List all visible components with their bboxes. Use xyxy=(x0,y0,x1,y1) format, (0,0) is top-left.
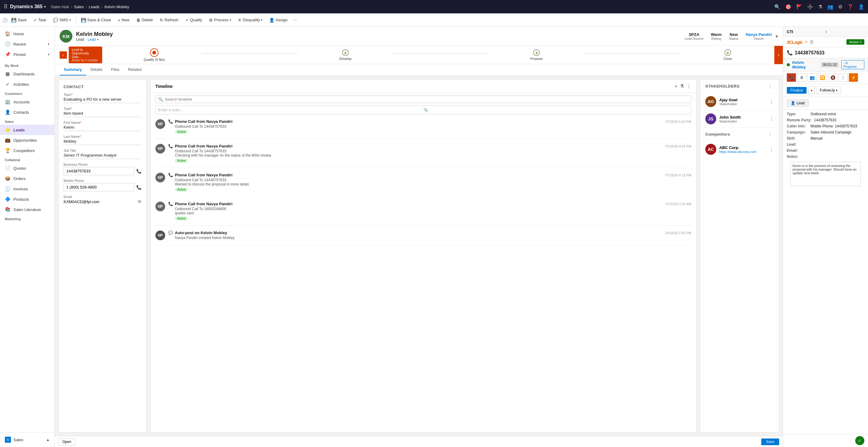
record-header-chevron[interactable]: ▾ xyxy=(776,33,778,39)
quotes-icon: 📄 xyxy=(5,165,10,171)
sidebar-item-sales-literature[interactable]: 📚 Sales Literature xyxy=(0,204,55,215)
save-button[interactable]: 💾 Save xyxy=(8,17,30,24)
cti-finalize-button[interactable]: Finalize xyxy=(787,87,807,94)
filter-icon[interactable]: ⚗ xyxy=(818,4,823,10)
bottom-save-button[interactable]: Save xyxy=(761,439,779,445)
qualify-icon: ✓ xyxy=(185,18,189,23)
sidebar-item-leads[interactable]: ⭐ Leads xyxy=(0,125,55,135)
process-icon: ⚙ xyxy=(209,18,213,23)
task-button[interactable]: ✓ Task xyxy=(30,17,50,24)
sidebar-item-home[interactable]: 🏠 Home xyxy=(0,29,55,39)
save-close-button[interactable]: 💾 Save & Close xyxy=(78,17,114,24)
form-content: CONTACT Topic* Evaluating a PO for a new… xyxy=(55,76,783,436)
grid-icon[interactable]: ⠿ xyxy=(4,3,8,10)
assign-button[interactable]: 👤 Assign xyxy=(266,17,290,24)
new-button[interactable]: + New xyxy=(115,17,132,24)
tab-details[interactable]: Details xyxy=(86,64,107,75)
plus-icon[interactable]: ➕ xyxy=(807,4,813,10)
qualify-button[interactable]: ✓ Qualify xyxy=(182,17,205,24)
sidebar-footer: S Sales ▲ xyxy=(0,432,55,447)
cti-save-button[interactable]: ✓ xyxy=(855,436,864,445)
cti-expand-icon[interactable]: › xyxy=(826,29,865,34)
sms-dropdown-icon[interactable]: ▾ xyxy=(69,18,71,22)
search-icon[interactable]: 🔍 xyxy=(774,4,780,10)
stakeholder-info-ag: Ajay Goel Stakeholder xyxy=(719,98,766,106)
sidebar-item-contacts[interactable]: 👤 Contacts xyxy=(0,107,55,117)
cti-alert-button[interactable]: ⚡ xyxy=(849,73,858,82)
process-step-propose[interactable]: 🔒 Propose xyxy=(489,49,584,61)
sidebar-item-invoices[interactable]: 🧾 Invoices xyxy=(0,184,55,194)
settings-icon[interactable]: ⚙ xyxy=(838,4,842,10)
flag-icon[interactable]: 🚩 xyxy=(796,4,802,10)
stakeholder-menu-ag[interactable]: ⋮ xyxy=(769,99,774,105)
email-icon[interactable]: ✉ xyxy=(138,199,142,204)
process-nav-right-button[interactable]: › xyxy=(774,46,783,64)
sidebar-item-activities[interactable]: ✓ Activities xyxy=(0,79,55,89)
process-dropdown-icon[interactable]: ▾ xyxy=(229,18,231,22)
open-button[interactable]: Open xyxy=(58,438,75,445)
business-phone-icon[interactable]: 📞 xyxy=(136,169,142,173)
stakeholders-more-icon[interactable]: ⋮ xyxy=(767,83,774,89)
assign-icon: 👤 xyxy=(269,18,274,23)
cti-hangup-button[interactable]: 📞 xyxy=(787,73,796,82)
disqualify-dropdown-icon[interactable]: ▾ xyxy=(261,18,262,22)
cti-lead-tab-button[interactable]: 👤 Lead xyxy=(787,99,809,107)
cti-caller-dot xyxy=(787,63,790,66)
process-nav-left-button[interactable]: ‹ xyxy=(60,52,67,59)
stakeholder-menu-js[interactable]: ⋮ xyxy=(769,116,774,122)
tab-related[interactable]: Related xyxy=(123,64,146,75)
cti-shuffle-button[interactable]: 🔀 xyxy=(818,73,827,82)
cti-status-badge[interactable]: Active ▾ xyxy=(846,39,864,45)
help-icon[interactable]: ❓ xyxy=(847,4,854,10)
people-icon[interactable]: 👥 xyxy=(827,4,833,10)
competitors-more-icon[interactable]: ⋮ xyxy=(767,131,774,137)
sidebar-item-dashboards[interactable]: ▦ Dashboards xyxy=(0,69,55,79)
timeline-avatar: NP xyxy=(155,144,165,154)
cti-followup-button[interactable]: FollowUp ▾ xyxy=(816,87,841,94)
competitor-menu-ac[interactable]: ⋮ xyxy=(769,147,774,152)
bottom-bar: Open Save xyxy=(55,436,783,447)
business-phone-input[interactable] xyxy=(64,167,134,175)
sidebar-item-orders[interactable]: 📦 Orders xyxy=(0,173,55,184)
delete-button[interactable]: 🗑 Delete xyxy=(133,17,156,24)
lead-dropdown-icon[interactable]: ▾ xyxy=(97,38,98,41)
phone-call-icon-2: 📞 xyxy=(168,144,173,149)
cti-grid-button[interactable]: ⋮ xyxy=(838,73,848,82)
timeline-filter-button[interactable]: ⚗ xyxy=(680,83,684,89)
opportunities-icon: 💼 xyxy=(5,137,10,143)
cti-detail-caller-info: Caller Info: Mobile Phone: 14438757633 xyxy=(787,124,864,128)
timeline-more-button[interactable]: ⋮ xyxy=(686,83,691,89)
tab-summary[interactable]: Summary xyxy=(60,64,86,75)
tab-files[interactable]: Files xyxy=(107,64,123,75)
sidebar-item-recent[interactable]: 🕐 Recent ▾ xyxy=(0,39,55,49)
timeline-attach-icon[interactable]: 📎 xyxy=(423,108,688,112)
sidebar-item-opportunities[interactable]: 💼 Opportunities xyxy=(0,135,55,146)
process-step-close[interactable]: 🔒 Close xyxy=(680,49,776,61)
process-step-qualify[interactable]: Qualify (5 Mo) xyxy=(106,49,202,61)
sidebar-footer-sales[interactable]: S Sales ▲ xyxy=(0,435,55,445)
process-button[interactable]: ⚙ Process ▾ xyxy=(206,17,234,24)
mobile-phone-input[interactable] xyxy=(64,183,134,191)
user-icon[interactable]: 👤 xyxy=(858,4,864,10)
disqualify-button[interactable]: ✕ Disqualify ▾ xyxy=(235,17,266,24)
timeline-search-input[interactable] xyxy=(165,97,688,102)
target-icon[interactable]: 🎯 xyxy=(785,4,792,10)
cti-mute-button[interactable]: 🔇 xyxy=(828,73,837,82)
mobile-phone-icon[interactable]: 📞 xyxy=(136,185,142,190)
process-step-develop[interactable]: 🔒 Develop xyxy=(298,49,393,61)
sms-button[interactable]: 💬 SMS ▾ xyxy=(50,17,73,24)
sidebar-item-products[interactable]: 🔷 Products xyxy=(0,194,55,204)
cti-pause-button[interactable]: ⏸ xyxy=(797,73,806,82)
cti-transfer-button[interactable]: 👥 xyxy=(807,73,816,82)
cti-logo-text: 3CLogic xyxy=(787,39,803,45)
cti-menu-icon[interactable]: ☰ xyxy=(810,40,813,44)
cti-notes-textarea[interactable]: Kevin is in the process of reviewing the… xyxy=(790,162,861,186)
sidebar-item-accounts[interactable]: 🏢 Accounts xyxy=(0,97,55,107)
refresh-button[interactable]: ↻ Refresh xyxy=(157,17,182,24)
sidebar-item-quotes[interactable]: 📄 Quotes xyxy=(0,163,55,173)
sidebar-item-pinned[interactable]: 📌 Pinned ▾ xyxy=(0,49,55,60)
more-options-icon[interactable]: ⋯ xyxy=(291,17,299,23)
sidebar-item-competitors[interactable]: 🏆 Competitors xyxy=(0,146,55,156)
cti-finalize-dropdown[interactable]: ▾ xyxy=(808,86,814,94)
timeline-add-button[interactable]: + xyxy=(675,83,677,89)
